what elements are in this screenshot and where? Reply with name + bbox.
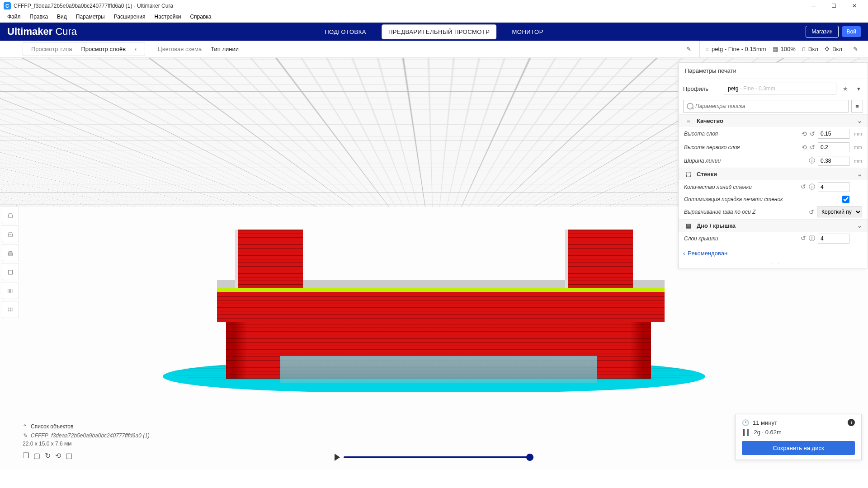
- menu-settings[interactable]: Параметры: [71, 12, 109, 21]
- view-tool-infill-icon[interactable]: [2, 282, 19, 299]
- print-settings-summary[interactable]: ≡ petg - Fine - 0.15mm ▦ 100% ⎍ Вкл ✣ Вк…: [699, 41, 868, 57]
- color-scheme-selector[interactable]: Цветовая схема Тип линии ✎: [150, 42, 699, 56]
- marketplace-button[interactable]: Магазин: [806, 26, 838, 38]
- top-bottom-icon: ▤: [684, 222, 693, 229]
- app-header: Ultimaker Cura ПОДГОТОВКА ПРЕДВАРИТЕЛЬНЫ…: [0, 23, 868, 41]
- simulation-slider[interactable]: [335, 455, 533, 460]
- reset-icon[interactable]: ↺: [810, 144, 815, 151]
- chevron-down-icon: ⌄: [857, 222, 862, 229]
- app-icon: C: [4, 2, 11, 9]
- minimize-button[interactable]: ─: [803, 0, 824, 11]
- lines-icon: ≡: [705, 46, 709, 52]
- hamburger-icon[interactable]: ≡: [851, 100, 863, 113]
- print-time: 11 минут: [753, 419, 777, 426]
- pencil-icon[interactable]: ✎: [682, 46, 696, 52]
- material-estimate: 2g · 0.62m: [754, 429, 781, 436]
- color-scheme-value: Тип линии: [206, 46, 243, 52]
- maximize-button[interactable]: ☐: [824, 0, 844, 11]
- setting-top-layers: Слои крышки ↺ⓘ: [679, 232, 868, 245]
- panel-title: Параметры печати: [679, 63, 868, 79]
- chevron-down-icon[interactable]: ▾: [854, 85, 863, 92]
- reset-icon[interactable]: ⟲: [55, 451, 61, 460]
- menu-help[interactable]: Справка: [185, 12, 216, 21]
- link-icon[interactable]: ⟲: [802, 130, 807, 137]
- info-icon[interactable]: ⓘ: [809, 157, 815, 165]
- view-type-selector[interactable]: Просмотр типа Просмотр слоёв ‹: [23, 42, 145, 56]
- stage-tab-preview[interactable]: ПРЕДВАРИТЕЛЬНЫЙ ПРОСМОТР: [382, 24, 497, 39]
- window-title: CFFFP_f3deaa72b5e0a9ba0bc240777fffd6a0 (…: [14, 3, 173, 9]
- setting-first-layer-height: Высота первого слоя ⟲↺ mm: [679, 141, 868, 154]
- chevron-left-icon[interactable]: ‹: [130, 46, 141, 52]
- pencil-icon[interactable]: ✎: [849, 46, 863, 52]
- rotate-icon[interactable]: ↻: [45, 451, 51, 460]
- reset-icon[interactable]: ↺: [801, 235, 806, 243]
- object-list-item[interactable]: ✎ CFFFP_f3deaa72b5e0a9ba0bc240777fffd6a0…: [23, 432, 150, 439]
- adhesion-icon: ✣: [825, 46, 830, 52]
- object-list-header[interactable]: ⌃ Список объектов: [23, 423, 150, 430]
- first-layer-height-input[interactable]: [818, 142, 849, 152]
- save-to-disk-button[interactable]: Сохранить на диск: [742, 441, 855, 455]
- view-tool-strip: [2, 206, 19, 318]
- clock-icon: 🕐: [742, 419, 749, 426]
- view-tool-shell-icon[interactable]: [2, 263, 19, 280]
- setting-wall-line-count: Количество линий стенки ↺ⓘ: [679, 180, 868, 194]
- setting-line-width: Ширина линии ⓘ mm: [679, 154, 868, 168]
- optimize-wall-order-checkbox[interactable]: [842, 196, 849, 203]
- line-width-input[interactable]: [818, 156, 849, 166]
- layer-height-input[interactable]: [818, 129, 849, 139]
- view-icon[interactable]: ◫: [66, 451, 72, 460]
- link-icon[interactable]: ⟲: [802, 144, 807, 151]
- close-button[interactable]: ✕: [844, 0, 864, 11]
- cube-icon[interactable]: ❐: [23, 451, 29, 460]
- login-button[interactable]: Вой: [842, 26, 861, 37]
- menu-view[interactable]: Вид: [52, 12, 71, 21]
- panel-resize-handle[interactable]: · · ·: [679, 261, 868, 268]
- view-tool-helpers-icon[interactable]: [2, 244, 19, 261]
- menu-file[interactable]: Файл: [3, 12, 25, 21]
- star-icon[interactable]: ★: [841, 85, 850, 92]
- view-tool-model-icon[interactable]: [2, 206, 19, 223]
- stage-tabs: ПОДГОТОВКА ПРЕДВАРИТЕЛЬНЫЙ ПРОСМОТР МОНИ…: [318, 24, 550, 39]
- reset-icon[interactable]: ↺: [801, 183, 806, 191]
- stage-tab-prepare[interactable]: ПОДГОТОВКА: [318, 25, 373, 39]
- grid-icon: ▦: [773, 46, 778, 52]
- slider-thumb[interactable]: [526, 454, 533, 461]
- reset-icon[interactable]: ↺: [810, 130, 815, 137]
- infill-summary: ▦ 100%: [773, 46, 796, 52]
- info-icon[interactable]: i: [848, 419, 855, 426]
- support-icon: ⎍: [802, 46, 806, 52]
- profile-label: Профиль: [683, 85, 719, 92]
- slice-result-card: 🕐 11 минут i ║║ 2g · 0.62m Сохранить на …: [735, 414, 862, 460]
- view-tool-travel-icon[interactable]: [2, 225, 19, 242]
- stage-tab-monitor[interactable]: МОНИТОР: [506, 25, 550, 39]
- view-type-label: Просмотр типа: [27, 46, 76, 52]
- walls-icon: ⬚: [684, 171, 693, 178]
- menu-extensions[interactable]: Расширения: [109, 12, 150, 21]
- support-summary: ⎍ Вкл: [802, 46, 818, 52]
- menu-preferences[interactable]: Настройки: [150, 12, 186, 21]
- settings-search-input[interactable]: [683, 100, 849, 113]
- section-walls[interactable]: ⬚ Стенки ⌄: [679, 168, 868, 180]
- view-tool-starts-icon[interactable]: [2, 301, 19, 318]
- filament-icon: ║║: [742, 429, 750, 436]
- object-dimensions: 22.0 x 15.0 x 7.6 мм: [23, 441, 150, 447]
- profile-dropdown[interactable]: petg - Fine - 0.3mm: [724, 83, 836, 94]
- info-icon[interactable]: ⓘ: [809, 235, 815, 243]
- preview-viewport[interactable]: Параметры печати Профиль petg - Fine - 0…: [0, 58, 868, 469]
- recommended-mode-button[interactable]: ‹ Рекомендован: [683, 250, 863, 257]
- play-icon[interactable]: [335, 454, 340, 461]
- z-seam-select[interactable]: Короткий путь: [817, 206, 862, 217]
- menu-edit[interactable]: Правка: [25, 12, 53, 21]
- brand-logo: Ultimaker Cura: [7, 26, 77, 38]
- section-top-bottom[interactable]: ▤ Дно / крышка ⌄: [679, 220, 868, 232]
- reset-icon[interactable]: ↺: [809, 208, 814, 216]
- top-layers-input[interactable]: [818, 234, 849, 244]
- wall-line-count-input[interactable]: [818, 182, 849, 192]
- section-quality[interactable]: ≡ Качество ⌄: [679, 115, 868, 127]
- info-icon[interactable]: ⓘ: [809, 183, 815, 191]
- box-icon[interactable]: ▢: [33, 451, 40, 460]
- chevron-down-icon: ⌄: [857, 171, 862, 178]
- profile-summary: ≡ petg - Fine - 0.15mm: [705, 46, 766, 52]
- object-list: ⌃ Список объектов ✎ CFFFP_f3deaa72b5e0a9…: [23, 423, 150, 460]
- chevron-down-icon: ⌄: [857, 117, 862, 124]
